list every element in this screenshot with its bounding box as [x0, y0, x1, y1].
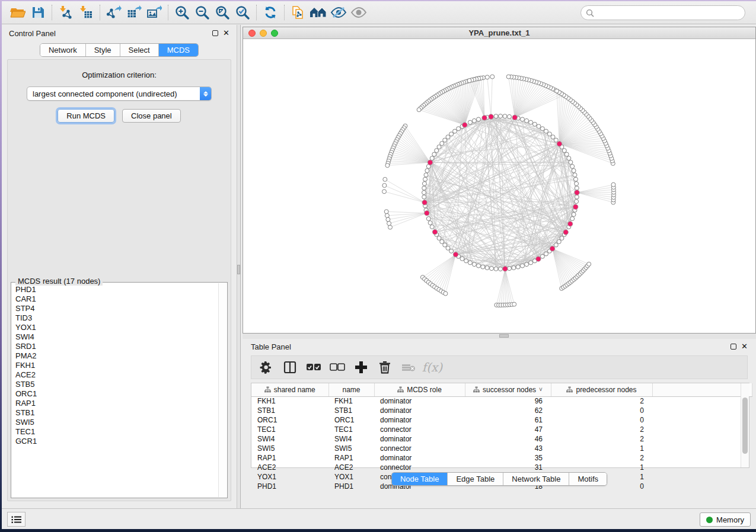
float-panel-icon[interactable]	[212, 30, 218, 36]
table-row[interactable]: SWI5SWI5connector431	[251, 444, 752, 453]
column-header[interactable]: name	[328, 383, 374, 396]
split-divider-horizontal[interactable]	[243, 334, 756, 339]
tab-mcds[interactable]: MCDS	[159, 44, 198, 56]
column-header[interactable]: predecessor nodes	[551, 383, 652, 396]
table-settings-button[interactable]	[257, 358, 275, 376]
tab-node-table[interactable]: Node Table	[392, 473, 448, 485]
mcds-result-item[interactable]: STB1	[15, 408, 218, 418]
tab-network-table[interactable]: Network Table	[503, 473, 569, 485]
table-row[interactable]: RAP1RAP1dominator352	[251, 453, 752, 463]
mcds-result-item[interactable]: FKH1	[15, 361, 218, 370]
network-title: YPA_prune.txt_1	[243, 28, 755, 37]
column-header[interactable]: shared name	[251, 383, 328, 396]
export-table-button[interactable]	[124, 4, 144, 21]
import-network-button[interactable]	[56, 4, 76, 21]
dropdown-stepper-icon	[200, 86, 211, 101]
mcds-result-item[interactable]: PMA2	[15, 351, 218, 361]
optimization-criterion-select[interactable]: largest connected component (undirected)	[27, 86, 212, 101]
refresh-view-button[interactable]	[260, 4, 280, 21]
save-session-button[interactable]	[28, 4, 48, 21]
mcds-result-list[interactable]: PHD1CAR1STP4TID3YOX1SWI4SRD1PMA2FKH1ACE2…	[12, 283, 218, 497]
memory-button[interactable]: Memory	[700, 512, 751, 527]
mcds-result-item[interactable]: PHD1	[15, 285, 218, 294]
zoom-fit-button[interactable]	[212, 4, 232, 21]
close-panel-icon[interactable]: ✕	[741, 344, 748, 350]
mcds-result-item[interactable]: SRD1	[15, 342, 218, 351]
zoom-out-button[interactable]	[192, 4, 212, 21]
import-table-button[interactable]	[76, 4, 96, 21]
close-panel-icon[interactable]: ✕	[223, 30, 229, 36]
tab-motifs[interactable]: Motifs	[569, 473, 607, 485]
houses-icon	[310, 6, 327, 19]
mcds-result-item[interactable]: ACE2	[15, 370, 218, 380]
close-panel-button[interactable]: Close panel	[122, 109, 181, 123]
divider-handle[interactable]	[237, 265, 240, 274]
float-panel-icon[interactable]	[731, 344, 736, 350]
mcds-result-item[interactable]: RAP1	[15, 399, 218, 408]
sort-descending-icon[interactable]: ˅	[539, 386, 543, 393]
export-image-button[interactable]	[144, 4, 164, 21]
table-scrollbar[interactable]	[741, 383, 749, 467]
table-row[interactable]: STB1STB1dominator620	[251, 406, 752, 415]
task-list-icon	[11, 515, 22, 524]
mcds-result-item[interactable]: STP4	[15, 304, 218, 313]
table-toolbar: f(x)	[251, 355, 748, 379]
column-header[interactable]: successor nodes˅	[465, 383, 551, 396]
table-row[interactable]: SWI4SWI4dominator462	[251, 434, 752, 444]
delete-table-icon	[401, 363, 416, 372]
zoom-out-icon	[194, 5, 210, 20]
floppy-disk-icon	[31, 6, 44, 19]
column-header[interactable]: MCDS role	[374, 383, 465, 396]
mcds-result-item[interactable]: TID3	[15, 313, 218, 323]
table-row[interactable]: FKH1FKH1dominator962	[251, 396, 752, 406]
eye-icon	[350, 6, 367, 19]
search-input[interactable]	[597, 8, 740, 17]
divider-handle[interactable]	[499, 334, 509, 338]
export-network-button[interactable]	[104, 4, 124, 21]
select-all-button[interactable]	[305, 358, 323, 376]
table-row[interactable]: ACE2ACE2connector311	[251, 463, 752, 472]
new-network-from-selection-button[interactable]	[288, 4, 308, 21]
add-row-button[interactable]	[352, 358, 370, 376]
mcds-result-item[interactable]: SWI4	[15, 332, 218, 342]
tab-select[interactable]: Select	[120, 44, 159, 56]
run-mcds-button[interactable]: Run MCDS	[58, 109, 114, 123]
zoom-selected-button[interactable]	[232, 4, 253, 21]
table-row[interactable]: TEC1TEC1connector472	[251, 425, 752, 434]
first-neighbors-button[interactable]	[308, 4, 328, 21]
network-canvas[interactable]	[243, 40, 756, 334]
mcds-result-item[interactable]: TEC1	[15, 427, 218, 437]
mcds-result-item[interactable]: ORC1	[15, 389, 218, 399]
trash-icon	[379, 361, 391, 374]
table-row[interactable]: ORC1ORC1dominator610	[251, 415, 752, 425]
task-history-button[interactable]	[7, 512, 25, 527]
mcds-result-item[interactable]: SWI5	[15, 418, 218, 427]
zoom-in-button[interactable]	[172, 4, 192, 21]
attribute-tree-icon	[566, 386, 573, 393]
mcds-result-item[interactable]: GCR1	[15, 437, 218, 446]
network-window-titlebar[interactable]: YPA_prune.txt_1	[243, 27, 755, 39]
mcds-result-item[interactable]: CAR1	[15, 294, 218, 304]
tab-style[interactable]: Style	[86, 44, 120, 56]
zoom-selected-icon	[235, 5, 250, 20]
mcds-result-item[interactable]: STB5	[15, 380, 218, 389]
result-list-scrollbar[interactable]	[218, 283, 227, 497]
control-panel: Control Panel ✕ Network Style Select MCD…	[2, 25, 237, 508]
attribute-tree-icon	[397, 386, 404, 393]
mcds-result-item[interactable]: YOX1	[15, 323, 218, 332]
duplicate-network-icon	[291, 5, 306, 20]
optimization-criterion-value: largest connected component (undirected)	[27, 89, 200, 98]
delete-row-button[interactable]	[376, 358, 394, 376]
show-columns-button[interactable]	[281, 358, 299, 376]
scrollbar-thumb[interactable]	[742, 398, 748, 454]
optimization-criterion-label: Optimization criterion:	[8, 70, 231, 79]
hide-selected-button[interactable]	[328, 4, 349, 21]
tab-network[interactable]: Network	[40, 44, 86, 56]
deselect-all-button[interactable]	[328, 358, 346, 376]
tab-edge-table[interactable]: Edge Table	[448, 473, 503, 485]
split-divider-vertical[interactable]	[237, 25, 241, 508]
show-all-button[interactable]	[349, 4, 369, 21]
import-table-icon	[79, 5, 93, 20]
unchecked-boxes-icon	[330, 363, 345, 371]
open-file-button[interactable]	[8, 4, 28, 21]
